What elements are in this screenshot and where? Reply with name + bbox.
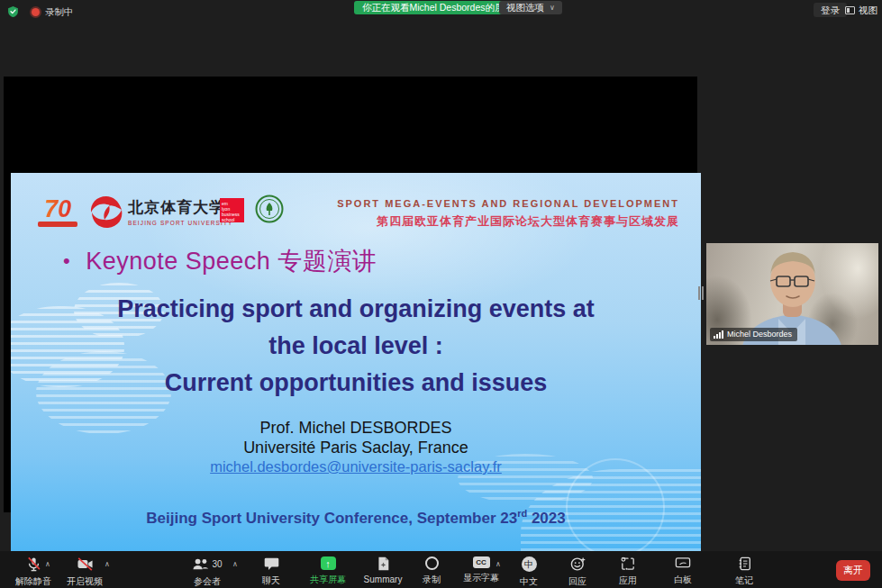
closed-captions-icon: CC	[473, 556, 490, 568]
keynote-text: Keynote Speech 专题演讲	[86, 245, 377, 277]
camera-off-icon	[77, 556, 94, 572]
title-line-3: Current opportunities and issues	[11, 365, 701, 402]
whiteboard-label: 白板	[674, 574, 692, 586]
view-options-label: 视图选项	[506, 1, 544, 14]
conference-title-en: SPORT MEGA-EVENTS AND REGIONAL DEVELOPME…	[337, 198, 679, 209]
title-line-1: Practicing sport and organizing events a…	[11, 291, 701, 328]
language-icon: 中	[522, 556, 537, 572]
share-screen-label: 共享屏幕	[310, 574, 346, 586]
view-button-label: 视图	[859, 3, 877, 17]
slide-main-title: Practicing sport and organizing events a…	[11, 291, 701, 402]
record-circle-icon	[425, 556, 439, 570]
summary-label: Summary	[364, 574, 403, 584]
presentation-slide: 70 北京体育大学 BEIJING SPORT UNIVERSITY em ly…	[11, 173, 701, 566]
apps-icon	[621, 556, 635, 571]
top-bar: 录制中 你正在观看Michel Desbordes的屏幕 视图选项 ∨ 登录 视…	[0, 0, 882, 20]
footer-main: Beijing Sport University Conference, Sep…	[146, 510, 517, 527]
unmute-button[interactable]: 解除静音	[5, 556, 62, 588]
meeting-toolbar: 解除静音 ∧ 开启视频 ∧ 30 参会者 ∧ 聊天 ↑	[0, 551, 882, 588]
video-options-caret[interactable]: ∧	[105, 560, 110, 568]
participant-name: Michel Desbordes	[727, 328, 792, 341]
bsu-chinese-name: 北京体育大学	[128, 197, 227, 218]
participants-icon	[192, 557, 209, 571]
chat-label: 聊天	[262, 574, 280, 587]
security-shield-icon[interactable]	[7, 5, 19, 18]
record-label: 录制	[423, 574, 441, 586]
speaker-name: Prof. Michel DESBORDES	[11, 419, 701, 439]
sign-in-button[interactable]: 登录	[814, 3, 847, 17]
participants-options-caret[interactable]: ∧	[232, 560, 238, 568]
shared-screen-region: 70 北京体育大学 BEIJING SPORT UNIVERSITY em ly…	[4, 77, 697, 512]
share-screen-button[interactable]: ↑ 共享屏幕	[299, 556, 357, 586]
footer-year: 2023	[527, 510, 566, 527]
notes-button[interactable]: 笔记	[715, 556, 773, 587]
footer-ordinal: rd	[517, 508, 527, 519]
unmute-label: 解除静音	[15, 575, 51, 588]
whiteboard-button[interactable]: 白板	[654, 556, 712, 586]
bsu-wordmark: 北京体育大学 BEIJING SPORT UNIVERSITY	[128, 197, 227, 226]
apps-button[interactable]: 应用	[599, 556, 657, 587]
green-emblem-logo-icon	[255, 194, 284, 223]
start-video-label: 开启视频	[67, 575, 103, 588]
conference-title-zh: 第四届欧亚体育产业国际论坛大型体育赛事与区域发展	[377, 213, 679, 230]
unmute-options-caret[interactable]: ∧	[45, 560, 50, 568]
bsu-swirl-logo-icon	[88, 194, 124, 231]
speaker-affiliation: Université Paris Saclay, France	[11, 439, 701, 458]
conference-date-line: Beijing Sport University Conference, Sep…	[11, 508, 701, 528]
speaker-email-link: michel.desbordes@universite-paris-saclay…	[210, 458, 502, 475]
panel-resize-handle[interactable]	[698, 286, 704, 300]
microphone-muted-icon	[26, 556, 41, 572]
recording-indicator-icon[interactable]	[32, 8, 40, 16]
reactions-smiley-icon	[570, 556, 586, 572]
participant-name-tag: Michel Desbordes	[710, 328, 797, 341]
view-layout-icon	[845, 6, 855, 14]
keynote-heading: • Keynote Speech 专题演讲	[63, 245, 377, 277]
leave-meeting-button[interactable]: 离开	[836, 560, 870, 581]
participant-video-tile[interactable]: Michel Desbordes	[706, 243, 878, 345]
reactions-label: 回应	[568, 575, 586, 588]
language-label: 中文	[520, 575, 538, 588]
share-screen-icon: ↑	[321, 556, 336, 570]
summary-doc-icon	[377, 556, 390, 571]
watching-screen-banner: 你正在观看Michel Desbordes的屏幕	[354, 1, 522, 14]
participants-label: 参会者	[194, 575, 221, 588]
chevron-down-icon: ∨	[550, 1, 555, 14]
emlyon-logo: em lyon business school	[220, 198, 244, 222]
view-options-dropdown[interactable]: 视图选项 ∨	[499, 1, 562, 14]
chat-button[interactable]: 聊天	[242, 556, 300, 587]
chat-bubble-icon	[264, 556, 279, 571]
apps-label: 应用	[619, 574, 637, 587]
bullet-icon: •	[63, 249, 70, 273]
participants-count: 30	[212, 559, 222, 569]
bsu-english-name: BEIJING SPORT UNIVERSITY	[128, 220, 227, 226]
reactions-button[interactable]: 回应	[549, 556, 606, 588]
view-button[interactable]: 视图	[845, 3, 877, 17]
signal-strength-icon	[714, 330, 723, 339]
notes-icon	[738, 556, 751, 571]
whiteboard-icon	[675, 556, 691, 570]
captions-label: 显示字幕	[463, 572, 499, 584]
anniversary-70-logo: 70	[34, 196, 81, 227]
anniversary-70-number: 70	[34, 196, 81, 222]
notes-label: 笔记	[735, 574, 753, 587]
participants-button[interactable]: 30 参会者	[178, 556, 236, 588]
title-line-2: the local level :	[11, 328, 701, 365]
emlyon-line: business school	[222, 212, 242, 222]
recording-label: 录制中	[45, 6, 74, 19]
speaker-block: Prof. Michel DESBORDES Université Paris …	[11, 419, 701, 477]
